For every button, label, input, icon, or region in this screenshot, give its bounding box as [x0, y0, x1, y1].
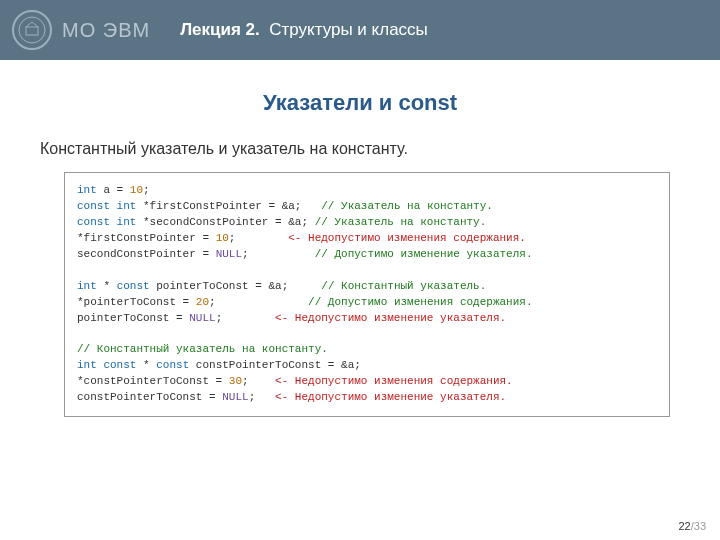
- code-error: <- Недопустимо изменения содержания.: [288, 232, 526, 244]
- code-number: 30: [229, 375, 242, 387]
- code-comment: // Указатель на константу.: [315, 216, 487, 228]
- code-text: ;: [229, 232, 288, 244]
- page-number: 22/33: [678, 520, 706, 532]
- code-text: *constPointerToConst =: [77, 375, 229, 387]
- code-text: pointerToConst = &a;: [150, 280, 322, 292]
- logo-emblem-icon: [12, 10, 52, 50]
- code-keyword: const: [156, 359, 189, 371]
- code-keyword: const int: [77, 200, 136, 212]
- code-null: NULL: [222, 391, 248, 403]
- code-text: *pointerToConst =: [77, 296, 196, 308]
- code-comment: // Допустимо изменения содержания.: [308, 296, 532, 308]
- code-keyword: int: [77, 184, 97, 196]
- slide-subtitle: Константный указатель и указатель на кон…: [40, 140, 680, 158]
- svg-rect-1: [26, 27, 38, 35]
- brand-text: МО ЭВМ: [62, 19, 150, 42]
- code-comment: // Допустимо изменение указателя.: [315, 248, 533, 260]
- lecture-subject: Структуры и классы: [269, 20, 428, 39]
- code-keyword: int: [77, 280, 97, 292]
- code-text: ;: [209, 296, 308, 308]
- code-text: *secondConstPointer = &a;: [136, 216, 314, 228]
- code-keyword: int const: [77, 359, 136, 371]
- code-number: 10: [216, 232, 229, 244]
- code-text: ;: [249, 391, 275, 403]
- code-error: <- Недопустимо изменения содержания.: [275, 375, 513, 387]
- slide-title: Указатели и const: [40, 90, 680, 116]
- code-text: ;: [216, 312, 275, 324]
- code-comment: // Константный указатель на константу.: [77, 343, 328, 355]
- code-text: secondConstPointer =: [77, 248, 216, 260]
- lecture-title: Лекция 2. Структуры и классы: [180, 20, 428, 40]
- code-block: int a = 10; const int *firstConstPointer…: [64, 172, 670, 417]
- code-text: a =: [97, 184, 130, 196]
- code-error: <- Недопустимо изменение указателя.: [275, 391, 506, 403]
- code-error: <- Недопустимо изменение указателя.: [275, 312, 506, 324]
- page-total: /33: [691, 520, 706, 532]
- slide-content: Указатели и const Константный указатель …: [0, 60, 720, 417]
- code-text: pointerToConst =: [77, 312, 189, 324]
- header-bar: МО ЭВМ Лекция 2. Структуры и классы: [0, 0, 720, 60]
- code-text: *: [97, 280, 117, 292]
- code-comment: // Константный указатель.: [321, 280, 486, 292]
- code-comment: // Указатель на константу.: [321, 200, 493, 212]
- code-text: ;: [242, 248, 315, 260]
- code-text: *firstConstPointer =: [77, 232, 216, 244]
- code-keyword: const: [117, 280, 150, 292]
- code-text: *: [136, 359, 156, 371]
- lecture-number: Лекция 2.: [180, 20, 260, 39]
- svg-point-0: [19, 17, 45, 43]
- page-current: 22: [678, 520, 690, 532]
- code-null: NULL: [216, 248, 242, 260]
- code-keyword: const int: [77, 216, 136, 228]
- code-null: NULL: [189, 312, 215, 324]
- code-text: constPointerToConst = &a;: [189, 359, 361, 371]
- code-text: ;: [242, 375, 275, 387]
- code-number: 10: [130, 184, 143, 196]
- code-text: constPointerToConst =: [77, 391, 222, 403]
- code-text: ;: [143, 184, 150, 196]
- code-text: *firstConstPointer = &a;: [136, 200, 321, 212]
- code-number: 20: [196, 296, 209, 308]
